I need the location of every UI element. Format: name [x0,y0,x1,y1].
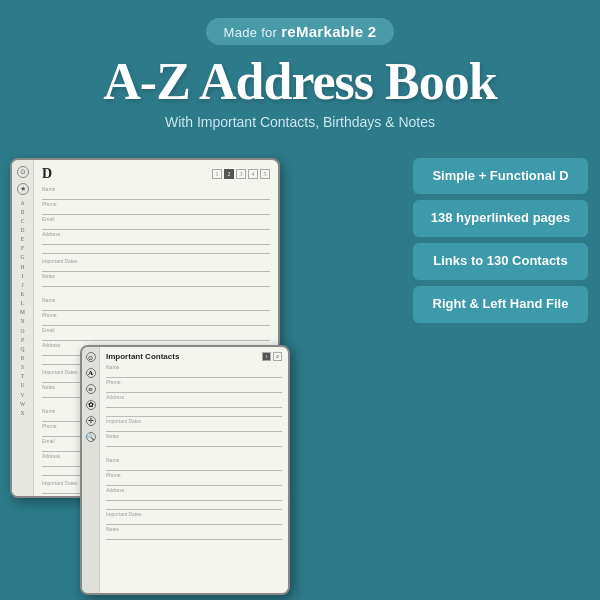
letter-d[interactable]: D [21,227,25,234]
letter-r[interactable]: R [21,355,25,362]
badge-made-text: Made for [224,25,282,40]
feature-1: Simple + Functional D [413,158,588,195]
main-content: ⊙ ★ A B C D E F G H I J K L M [0,150,600,600]
main-title: A-Z Address Book [20,55,580,110]
page-2[interactable]: 2 [224,169,234,179]
phone-field-2: Phone [42,312,270,326]
letter-g[interactable]: G [21,254,25,261]
device2-header: Important Contacts 1 2 [106,352,282,361]
badge-brand-text: reMarkable 2 [281,23,376,40]
letter-a[interactable]: A [21,200,25,207]
letter-s[interactable]: S [21,364,24,371]
subtitle: With Important Contacts, Birthdays & Not… [20,114,580,130]
current-letter: D [42,166,52,182]
feature-3: Links to 130 Contacts [413,243,588,280]
letter-t[interactable]: T [21,373,24,380]
device2-page-1[interactable]: 1 [262,352,271,361]
page-5[interactable]: 5 [260,169,270,179]
contact-block-1: Name Phone Email [42,186,270,287]
star-icon: ★ [17,183,29,195]
device2-contact-2: Name Phone Address Important Dates Notes [106,457,282,540]
page-4[interactable]: 4 [248,169,258,179]
email-field-2: Email [42,327,270,341]
letter-c[interactable]: C [21,218,25,225]
letter-m[interactable]: M [20,309,25,316]
name-field-2: Name [42,297,270,311]
letter-j[interactable]: J [21,282,23,289]
header: Made for reMarkable 2 A-Z Address Book W… [0,0,600,150]
letter-n[interactable]: N [21,318,25,325]
letter-q[interactable]: Q [21,346,25,353]
dates-field-1: Important Dates [42,258,270,272]
device-sidebar: ⊙ ★ A B C D E F G H I J K L M [12,160,34,496]
letter-e[interactable]: E [21,236,24,243]
page-1[interactable]: 1 [212,169,222,179]
device2-page-2[interactable]: 2 [273,352,282,361]
letter-o[interactable]: O [21,328,25,335]
badge: Made for reMarkable 2 [206,18,395,45]
device2-gear-icon: ✿ [86,400,96,410]
feature-4: Right & Left Hand File [413,286,588,323]
letter-b[interactable]: B [21,209,25,216]
letter-h[interactable]: H [21,264,25,271]
device2-sidebar: ⊙ A ≡ ✿ ✛ 🔍 [82,347,100,593]
letter-f[interactable]: F [21,245,24,252]
device2-a-icon: A [86,368,96,378]
notes-field-1: Notes [42,273,270,287]
home-icon: ⊙ [17,166,29,178]
device-area: ⊙ ★ A B C D E F G H I J K L M [0,150,405,600]
letter-v[interactable]: V [21,392,25,399]
letter-u[interactable]: U [21,382,25,389]
device2-menu-icon: ≡ [86,384,96,394]
page-container: Made for reMarkable 2 A-Z Address Book W… [0,0,600,600]
device2-title: Important Contacts [106,352,179,361]
email-field-1: Email [42,216,270,230]
features-panel: Simple + Functional D 138 hyperlinked pa… [405,150,600,600]
page-3[interactable]: 3 [236,169,246,179]
letter-x[interactable]: X [21,410,25,417]
letter-l[interactable]: L [21,300,24,307]
address-field-1: Address [42,231,270,254]
device2-pagination: 1 2 [262,352,282,361]
device2-contact-1: Name Phone Address Important Dates Notes [106,364,282,447]
device-header-row: D 1 2 3 4 5 [42,166,270,182]
pagination: 1 2 3 4 5 [212,169,270,179]
device2-search-icon: 🔍 [86,432,96,442]
device2-clock-icon: ⊙ [86,352,96,362]
name-field-1: Name [42,186,270,200]
letter-i[interactable]: I [22,273,24,280]
letter-p[interactable]: P [21,337,24,344]
device2-move-icon: ✛ [86,416,96,426]
device-mockup-2: ⊙ A ≡ ✿ ✛ 🔍 Important Contacts 1 2 [80,345,290,595]
phone-field-1: Phone [42,201,270,215]
device2-page: Important Contacts 1 2 Name Phone Addres… [100,347,288,593]
letter-k[interactable]: K [21,291,25,298]
letter-w[interactable]: W [20,401,25,408]
feature-2: 138 hyperlinked pages [413,200,588,237]
